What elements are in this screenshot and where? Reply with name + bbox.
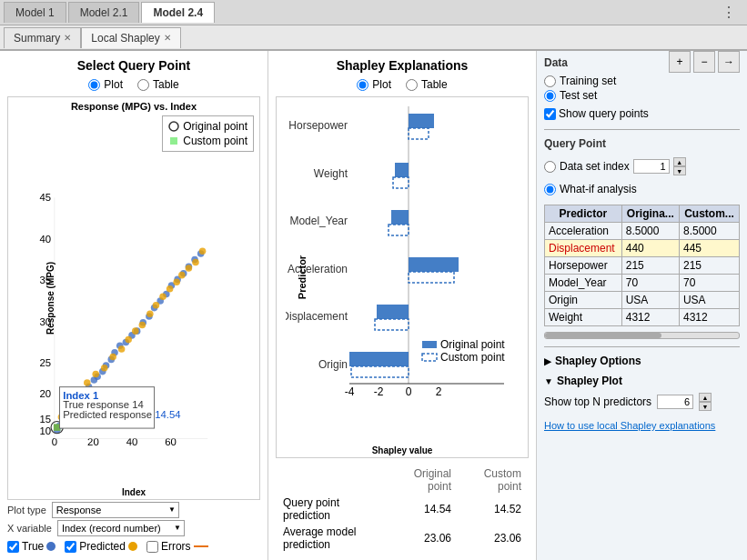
- legend-original: Original point: [168, 120, 247, 133]
- custom-cell[interactable]: 215: [679, 257, 739, 275]
- tab-model24[interactable]: Model 2.4: [141, 2, 215, 23]
- table-row-query: Query point prediction 14.54 14.52: [276, 495, 529, 524]
- original-cell: 4312: [621, 309, 679, 326]
- svg-text:15: 15: [39, 414, 51, 425]
- svg-text:-4: -4: [345, 385, 355, 397]
- second-tab-bar: Summary ✕ Local Shapley ✕: [0, 25, 747, 51]
- local-shapley-close[interactable]: ✕: [164, 33, 171, 43]
- shapley-plot-triangle: ▼: [544, 376, 553, 386]
- true-checkbox-item[interactable]: True: [7, 540, 56, 553]
- test-set-radio[interactable]: Test set: [544, 89, 740, 102]
- table-row: OriginUSAUSA: [545, 292, 740, 309]
- x-variable-select[interactable]: Index (record number): [57, 520, 185, 536]
- col-original: Origina...: [621, 205, 679, 223]
- what-if-label: What-if analysis: [560, 183, 637, 195]
- svg-rect-96: [422, 341, 437, 348]
- tab-model21[interactable]: Model 2.1: [68, 2, 140, 23]
- plot-type-label: Plot type: [7, 505, 46, 515]
- predicted-checkbox-item[interactable]: Predicted: [65, 540, 137, 553]
- svg-text:Custom point: Custom point: [440, 351, 505, 364]
- scatter-chart: Response (MPG) vs. Index Original point …: [7, 96, 260, 500]
- errors-checkbox-item[interactable]: Errors: [146, 540, 208, 553]
- predicted-dot: [128, 542, 137, 551]
- left-radio-table[interactable]: Table: [137, 78, 179, 91]
- middle-radio-plot[interactable]: Plot: [357, 78, 391, 91]
- tab-summary[interactable]: Summary ✕: [4, 27, 81, 48]
- svg-text:Weight: Weight: [314, 167, 348, 180]
- predictor-cell: Model_Year: [545, 275, 622, 292]
- plot-type-select[interactable]: Response: [52, 502, 179, 518]
- original-cell: 70: [621, 275, 679, 292]
- training-set-radio[interactable]: Training set: [544, 75, 740, 87]
- svg-point-0: [169, 122, 178, 131]
- svg-rect-91: [409, 272, 454, 283]
- svg-text:Model_Year: Model_Year: [289, 215, 348, 227]
- custom-cell[interactable]: 70: [679, 275, 739, 292]
- more-icon[interactable]: ⋮: [714, 4, 743, 21]
- svg-rect-85: [409, 128, 429, 139]
- svg-rect-94: [349, 352, 409, 366]
- table-scrollbar[interactable]: [544, 332, 740, 339]
- custom-cell[interactable]: 8.5000: [679, 223, 739, 240]
- chart-legend-row: True Predicted Errors: [7, 540, 260, 553]
- index-down[interactable]: ▼: [673, 166, 686, 175]
- custom-cell[interactable]: 445: [679, 240, 739, 257]
- table-row: Acceleration8.50008.5000: [545, 223, 740, 240]
- top-tabs: Model 1 Model 2.1 Model 2.4: [4, 2, 215, 23]
- plot-type-dropdown[interactable]: Response: [52, 502, 179, 518]
- help-link[interactable]: How to use local Shapley explanations: [544, 420, 740, 431]
- shapley-options-triangle: ▶: [544, 356, 551, 366]
- custom-cell[interactable]: 4312: [679, 309, 739, 326]
- remove-button[interactable]: −: [693, 51, 715, 73]
- col-original-header: Original point: [389, 465, 459, 495]
- index-up[interactable]: ▲: [673, 157, 686, 166]
- middle-radio-table[interactable]: Table: [406, 78, 448, 91]
- predictor-cell: Horsepower: [545, 257, 622, 275]
- tab-model1[interactable]: Model 1: [4, 2, 66, 23]
- errors-checkbox[interactable]: [146, 541, 158, 553]
- bar-chart-svg[interactable]: Horsepower Weight Model_Year Acceleratio…: [286, 97, 522, 397]
- data-set-index-radio[interactable]: [544, 161, 556, 173]
- x-variable-dropdown[interactable]: Index (record number): [57, 520, 185, 536]
- svg-rect-93: [375, 319, 409, 330]
- data-set-index-label: Data set index: [560, 160, 630, 173]
- tab-local-shapley[interactable]: Local Shapley ✕: [81, 27, 180, 48]
- original-cell[interactable]: 440: [621, 240, 679, 257]
- query-custom: 14.52: [459, 495, 529, 524]
- what-if-radio[interactable]: [544, 184, 556, 195]
- toolbar: + − →: [669, 51, 740, 73]
- left-radio-plot[interactable]: Plot: [88, 78, 123, 91]
- true-label: True: [22, 540, 44, 553]
- svg-text:40: 40: [39, 234, 51, 245]
- top-n-up[interactable]: ▲: [699, 393, 712, 402]
- divider2: [544, 346, 740, 347]
- svg-rect-86: [395, 163, 409, 177]
- col-predictor: Predictor: [545, 205, 622, 223]
- navigate-button[interactable]: →: [718, 51, 740, 73]
- shapley-options-header[interactable]: ▶ Shapley Options: [544, 355, 740, 367]
- svg-text:Displacement: Displacement: [286, 310, 348, 323]
- table-row: Displacement440445: [545, 240, 740, 257]
- original-cell: USA: [621, 292, 679, 309]
- show-top-n-input[interactable]: [657, 395, 693, 409]
- svg-text:Origin: Origin: [318, 358, 348, 371]
- shapley-plot-header[interactable]: ▼ Shapley Plot: [544, 375, 740, 387]
- show-query-points-checkbox[interactable]: Show query points: [544, 107, 740, 120]
- add-button[interactable]: +: [669, 51, 691, 73]
- right-panel: Data Training set Test set Show query po…: [537, 51, 747, 560]
- avg-orig: 23.06: [389, 524, 459, 553]
- predictor-cell: Displacement: [545, 240, 622, 257]
- top-n-down[interactable]: ▼: [699, 402, 712, 411]
- svg-point-54: [125, 336, 132, 344]
- summary-close[interactable]: ✕: [64, 33, 71, 43]
- true-checkbox[interactable]: [7, 541, 19, 553]
- custom-cell[interactable]: USA: [679, 292, 739, 309]
- errors-dash: [194, 545, 208, 547]
- left-panel-title: Select Query Point: [7, 58, 260, 73]
- col-custom: Custom...: [679, 205, 739, 223]
- svg-point-52: [109, 354, 116, 361]
- svg-rect-84: [409, 114, 434, 128]
- predicted-checkbox[interactable]: [65, 541, 76, 553]
- data-set-index-input[interactable]: [633, 159, 670, 174]
- y-axis-label: Response (MPG): [45, 262, 56, 335]
